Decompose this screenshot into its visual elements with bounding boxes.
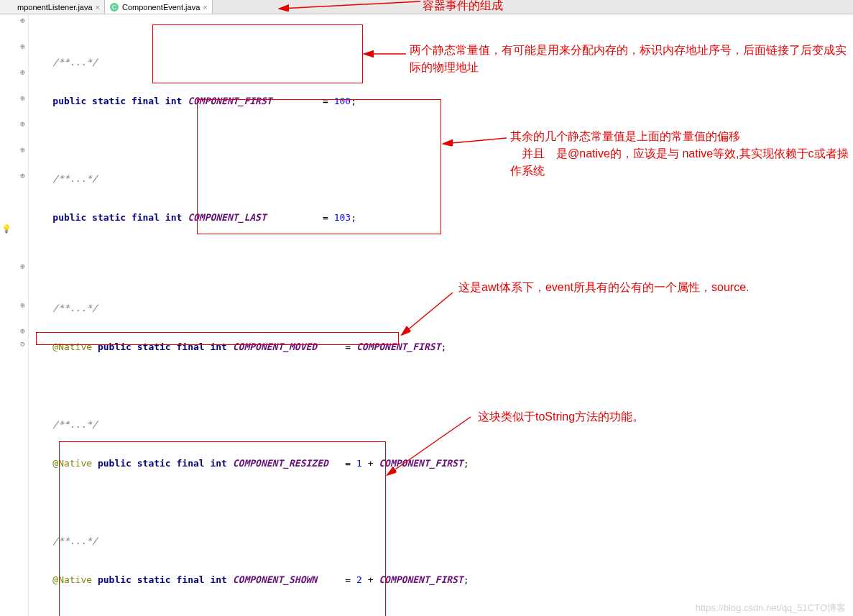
fold-icon[interactable]: ⊕ <box>19 43 27 51</box>
close-icon[interactable]: × <box>96 3 100 12</box>
fold-icon[interactable]: ⊕ <box>19 173 27 180</box>
fold-icon[interactable]: ⊕ <box>19 302 27 310</box>
annotation-4: 这是awt体系下，event所具有的公有的一个属性，source. <box>458 279 853 296</box>
tab-componentlistener[interactable]: mponentListener.java × <box>0 0 105 14</box>
tab-bar: mponentListener.java × C ComponentEvent.… <box>0 0 853 14</box>
redbox-constants <box>152 24 363 83</box>
svg-text:C: C <box>112 4 117 11</box>
java-class-icon: C <box>109 2 119 12</box>
fold-icon[interactable]: ⊕ <box>19 17 27 25</box>
fold-icon[interactable]: ⊕ <box>19 328 27 336</box>
tab-componentevent[interactable]: C ComponentEvent.java × <box>105 0 213 14</box>
java-class-icon <box>4 2 14 12</box>
bulb-icon[interactable]: 💡 <box>1 224 11 234</box>
fold-icon[interactable]: ⊕ <box>19 147 27 155</box>
watermark: https://blog.csdn.net/qq_51CTO博客 <box>696 602 846 615</box>
fold-icon[interactable]: ⊕ <box>19 121 27 129</box>
fold-icon[interactable]: ⊖ <box>19 341 27 349</box>
editor: ⊕ ⊕ ⊕ ⊕ ⊕ ⊕ ⊕ 💡 ⊕ ⊕ ⊕ ⊖ /**...*/ public … <box>0 14 853 616</box>
fold-icon[interactable]: ⊕ <box>19 69 27 77</box>
code-area[interactable]: /**...*/ public static final int COMPONE… <box>29 14 853 616</box>
tab-label: mponentListener.java <box>17 3 93 12</box>
fold-icon[interactable]: ⊕ <box>19 95 27 103</box>
close-icon[interactable]: × <box>203 3 207 12</box>
fold-icon[interactable]: ⊕ <box>19 263 27 271</box>
tab-label: ComponentEvent.java <box>122 3 200 12</box>
gutter: ⊕ ⊕ ⊕ ⊕ ⊕ ⊕ ⊕ 💡 ⊕ ⊕ ⊕ ⊖ <box>0 14 29 616</box>
